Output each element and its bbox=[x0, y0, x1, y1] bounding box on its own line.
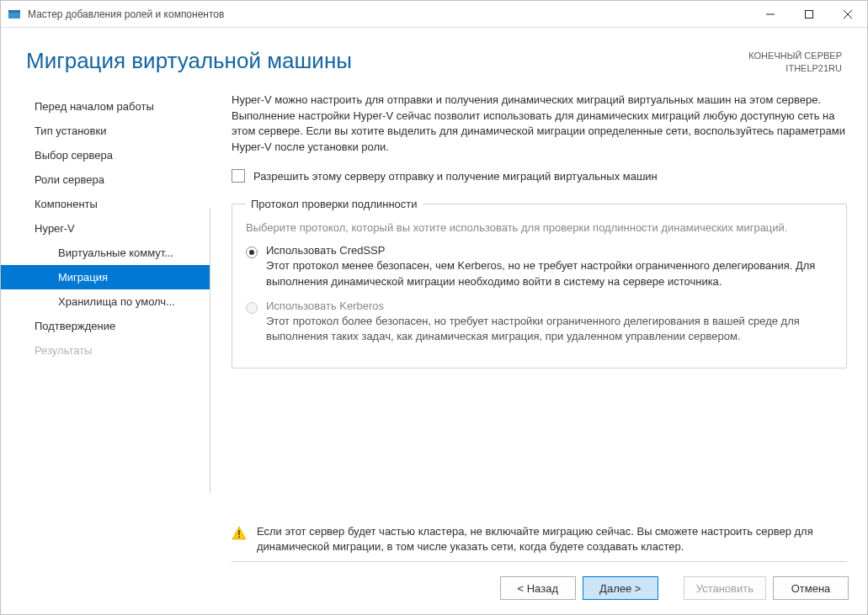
auth-protocol-group: Протокол проверки подлинности Выберите п… bbox=[232, 198, 847, 368]
sidebar-item-label: Роли сервера bbox=[35, 173, 104, 186]
checkbox-icon bbox=[232, 169, 245, 183]
titlebar: Мастер добавления ролей и компонентов bbox=[1, 1, 867, 28]
sidebar-item-label: Выбор сервера bbox=[35, 149, 113, 162]
destination-server-block: КОНЕЧНЫЙ СЕРВЕР ITHELP21RU bbox=[748, 48, 842, 76]
next-button[interactable]: Далее > bbox=[583, 576, 658, 600]
allow-migration-checkbox[interactable]: Разрешить этому серверу отправку и получ… bbox=[232, 169, 847, 183]
sidebar-item[interactable]: Виртуальные коммут... bbox=[1, 241, 210, 265]
install-button: Установить bbox=[684, 576, 766, 600]
cancel-button[interactable]: Отмена bbox=[773, 576, 849, 600]
wizard-header: Миграция виртуальной машины КОНЕЧНЫЙ СЕР… bbox=[1, 28, 867, 86]
sidebar-item-label: Виртуальные коммут... bbox=[58, 247, 173, 259]
sidebar-item[interactable]: Выбор сервера bbox=[1, 143, 210, 167]
sidebar-item[interactable]: Роли сервера bbox=[1, 167, 210, 192]
auth-option-credssp[interactable]: Использовать CredSSPЭтот протокол менее … bbox=[246, 244, 833, 289]
group-help: Выберите протокол, который вы хотите исп… bbox=[246, 220, 833, 236]
note-text: Если этот сервер будет частью кластера, … bbox=[257, 524, 847, 554]
radio-option-label: Использовать CredSSP bbox=[266, 244, 833, 257]
intro-text: Hyper-V можно настроить для отправки и п… bbox=[232, 93, 847, 156]
group-title: Протокол проверки подлинности bbox=[246, 198, 423, 210]
sidebar-item-label: Hyper-V bbox=[35, 222, 75, 235]
back-button[interactable]: < Назад bbox=[500, 576, 576, 600]
sidebar-item: Результаты bbox=[1, 338, 210, 363]
checkbox-label: Разрешить этому серверу отправку и получ… bbox=[253, 170, 658, 183]
wizard-content: Hyper-V можно настроить для отправки и п… bbox=[210, 86, 867, 562]
svg-rect-3 bbox=[806, 10, 813, 18]
server-label: КОНЕЧНЫЙ СЕРВЕР bbox=[748, 50, 842, 62]
footer-divider bbox=[232, 561, 847, 562]
server-name: ITHELP21RU bbox=[748, 62, 842, 75]
wizard-steps-sidebar: Перед началом работыТип установкиВыбор с… bbox=[1, 86, 210, 562]
wizard-footer: < Назад Далее > Установить Отмена bbox=[1, 562, 867, 614]
warning-icon bbox=[232, 526, 247, 541]
sidebar-item-label: Перед началом работы bbox=[35, 100, 154, 113]
cluster-warning-note: Если этот сервер будет частью кластера, … bbox=[232, 507, 847, 561]
close-button[interactable] bbox=[828, 1, 867, 27]
wizard-body: Перед началом работыТип установкиВыбор с… bbox=[1, 86, 867, 562]
sidebar-item[interactable]: Перед началом работы bbox=[1, 94, 210, 119]
sidebar-item-label: Тип установки bbox=[35, 125, 106, 137]
sidebar-item[interactable]: Тип установки bbox=[1, 119, 210, 143]
radio-icon bbox=[246, 247, 258, 258]
sidebar-item[interactable]: Компоненты bbox=[1, 192, 210, 216]
sidebar-item-label: Подтверждение bbox=[35, 320, 115, 332]
window-controls bbox=[751, 1, 867, 27]
sidebar-item-label: Компоненты bbox=[35, 198, 98, 210]
page-title: Миграция виртуальной машины bbox=[26, 48, 352, 74]
radio-option-description: Этот протокол более безопасен, но требуе… bbox=[266, 314, 833, 344]
radio-option-label: Использовать Kerberos bbox=[266, 300, 833, 312]
sidebar-item[interactable]: Миграция bbox=[1, 265, 210, 289]
minimize-button[interactable] bbox=[751, 1, 790, 27]
app-icon bbox=[8, 8, 21, 21]
svg-rect-8 bbox=[238, 536, 240, 538]
svg-rect-7 bbox=[238, 530, 240, 535]
sidebar-item-label: Миграция bbox=[58, 271, 108, 284]
radio-icon bbox=[246, 302, 258, 314]
sidebar-item[interactable]: Hyper-V bbox=[1, 216, 210, 241]
sidebar-item[interactable]: Подтверждение bbox=[1, 314, 210, 338]
window-title: Мастер добавления ролей и компонентов bbox=[28, 8, 751, 20]
sidebar-item[interactable]: Хранилища по умолч... bbox=[1, 289, 210, 314]
sidebar-item-label: Результаты bbox=[35, 344, 92, 357]
sidebar-item-label: Хранилища по умолч... bbox=[58, 295, 175, 308]
radio-option-description: Этот протокол менее безопасен, чем Kerbe… bbox=[266, 258, 833, 289]
maximize-button[interactable] bbox=[790, 1, 828, 27]
svg-rect-1 bbox=[8, 10, 20, 13]
auth-option-kerberos: Использовать KerberosЭтот протокол более… bbox=[246, 300, 833, 344]
